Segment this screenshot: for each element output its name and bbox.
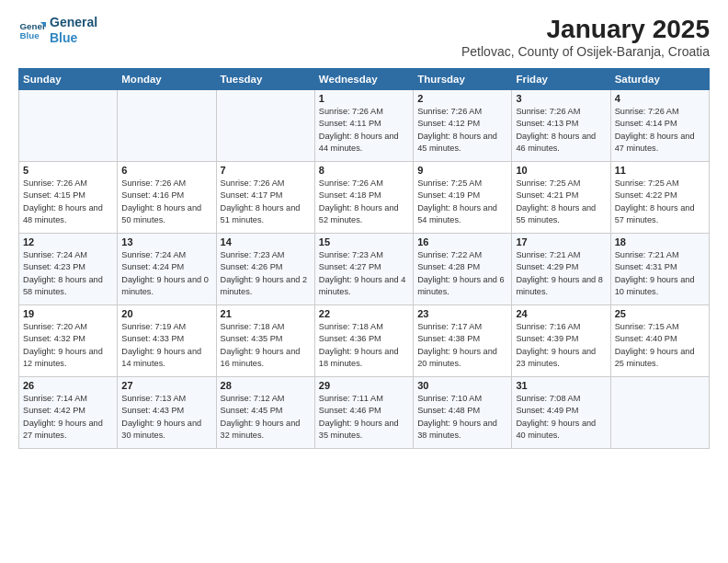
day-number: 14: [221, 236, 311, 247]
week-row-2: 5Sunrise: 7:26 AM Sunset: 4:15 PM Daylig…: [19, 162, 710, 234]
day-cell: 22Sunrise: 7:18 AM Sunset: 4:36 PM Dayli…: [314, 305, 413, 377]
day-number: 20: [121, 308, 211, 319]
day-info: Sunrise: 7:18 AM Sunset: 4:35 PM Dayligh…: [221, 322, 301, 368]
week-row-5: 26Sunrise: 7:14 AM Sunset: 4:42 PM Dayli…: [19, 377, 710, 449]
day-cell: 2Sunrise: 7:26 AM Sunset: 4:12 PM Daylig…: [414, 90, 512, 162]
day-number: 24: [516, 308, 606, 319]
day-info: Sunrise: 7:17 AM Sunset: 4:38 PM Dayligh…: [417, 322, 497, 368]
col-header-tuesday: Tuesday: [216, 69, 314, 90]
day-info: Sunrise: 7:26 AM Sunset: 4:16 PM Dayligh…: [121, 178, 201, 224]
day-cell: 5Sunrise: 7:26 AM Sunset: 4:15 PM Daylig…: [19, 162, 118, 234]
day-number: 4: [615, 93, 705, 104]
page: General Blue General Blue January 2025 P…: [0, 0, 728, 563]
day-info: Sunrise: 7:15 AM Sunset: 4:40 PM Dayligh…: [615, 322, 695, 368]
day-cell: [216, 90, 314, 162]
day-number: 9: [417, 165, 507, 176]
logo-general: General: [50, 15, 97, 30]
day-info: Sunrise: 7:26 AM Sunset: 4:14 PM Dayligh…: [615, 107, 695, 153]
day-number: 25: [615, 308, 705, 319]
day-number: 8: [319, 165, 409, 176]
day-info: Sunrise: 7:25 AM Sunset: 4:19 PM Dayligh…: [417, 178, 497, 224]
day-info: Sunrise: 7:26 AM Sunset: 4:12 PM Dayligh…: [417, 107, 497, 153]
day-info: Sunrise: 7:24 AM Sunset: 4:24 PM Dayligh…: [121, 250, 209, 296]
day-cell: 8Sunrise: 7:26 AM Sunset: 4:18 PM Daylig…: [314, 162, 413, 234]
day-number: 13: [121, 236, 211, 247]
day-cell: [610, 377, 709, 449]
day-cell: 21Sunrise: 7:18 AM Sunset: 4:35 PM Dayli…: [216, 305, 314, 377]
day-cell: 16Sunrise: 7:22 AM Sunset: 4:28 PM Dayli…: [414, 234, 512, 305]
day-info: Sunrise: 7:26 AM Sunset: 4:15 PM Dayligh…: [23, 178, 103, 224]
day-cell: 7Sunrise: 7:26 AM Sunset: 4:17 PM Daylig…: [216, 162, 314, 234]
day-cell: 9Sunrise: 7:25 AM Sunset: 4:19 PM Daylig…: [414, 162, 512, 234]
day-info: Sunrise: 7:23 AM Sunset: 4:27 PM Dayligh…: [319, 250, 406, 296]
svg-text:Blue: Blue: [20, 30, 40, 40]
title-block: January 2025 Petlovac, County of Osijek-…: [461, 15, 710, 59]
day-cell: 14Sunrise: 7:23 AM Sunset: 4:26 PM Dayli…: [216, 234, 314, 305]
day-info: Sunrise: 7:14 AM Sunset: 4:42 PM Dayligh…: [23, 394, 103, 440]
day-cell: 31Sunrise: 7:08 AM Sunset: 4:49 PM Dayli…: [512, 377, 610, 449]
day-number: 29: [319, 380, 409, 391]
day-cell: 11Sunrise: 7:25 AM Sunset: 4:22 PM Dayli…: [610, 162, 709, 234]
subtitle: Petlovac, County of Osijek-Baranja, Croa…: [461, 44, 710, 59]
day-info: Sunrise: 7:13 AM Sunset: 4:43 PM Dayligh…: [121, 394, 201, 440]
day-info: Sunrise: 7:19 AM Sunset: 4:33 PM Dayligh…: [121, 322, 201, 368]
day-number: 15: [319, 236, 409, 247]
col-header-wednesday: Wednesday: [314, 69, 413, 90]
day-number: 7: [221, 165, 311, 176]
day-cell: 17Sunrise: 7:21 AM Sunset: 4:29 PM Dayli…: [512, 234, 610, 305]
day-cell: 20Sunrise: 7:19 AM Sunset: 4:33 PM Dayli…: [118, 305, 216, 377]
day-cell: 24Sunrise: 7:16 AM Sunset: 4:39 PM Dayli…: [512, 305, 610, 377]
day-info: Sunrise: 7:26 AM Sunset: 4:17 PM Dayligh…: [221, 178, 301, 224]
day-cell: 3Sunrise: 7:26 AM Sunset: 4:13 PM Daylig…: [512, 90, 610, 162]
day-cell: 12Sunrise: 7:24 AM Sunset: 4:23 PM Dayli…: [19, 234, 118, 305]
day-number: 19: [23, 308, 113, 319]
day-cell: 25Sunrise: 7:15 AM Sunset: 4:40 PM Dayli…: [610, 305, 709, 377]
day-cell: 1Sunrise: 7:26 AM Sunset: 4:11 PM Daylig…: [314, 90, 413, 162]
day-number: 22: [319, 308, 409, 319]
col-header-thursday: Thursday: [414, 69, 512, 90]
day-number: 26: [23, 380, 113, 391]
day-number: 17: [516, 236, 606, 247]
day-number: 21: [221, 308, 311, 319]
day-cell: 27Sunrise: 7:13 AM Sunset: 4:43 PM Dayli…: [118, 377, 216, 449]
day-info: Sunrise: 7:25 AM Sunset: 4:22 PM Dayligh…: [615, 178, 695, 224]
day-info: Sunrise: 7:10 AM Sunset: 4:48 PM Dayligh…: [417, 394, 497, 440]
day-number: 31: [516, 380, 606, 391]
day-info: Sunrise: 7:25 AM Sunset: 4:21 PM Dayligh…: [516, 178, 596, 224]
day-info: Sunrise: 7:26 AM Sunset: 4:13 PM Dayligh…: [516, 107, 596, 153]
calendar-table: SundayMondayTuesdayWednesdayThursdayFrid…: [18, 68, 710, 449]
day-info: Sunrise: 7:08 AM Sunset: 4:49 PM Dayligh…: [516, 394, 596, 440]
day-number: 2: [417, 93, 507, 104]
day-number: 6: [121, 165, 211, 176]
day-number: 23: [417, 308, 507, 319]
day-info: Sunrise: 7:16 AM Sunset: 4:39 PM Dayligh…: [516, 322, 596, 368]
day-number: 1: [319, 93, 409, 104]
day-cell: 19Sunrise: 7:20 AM Sunset: 4:32 PM Dayli…: [19, 305, 118, 377]
day-info: Sunrise: 7:21 AM Sunset: 4:31 PM Dayligh…: [615, 250, 695, 296]
day-info: Sunrise: 7:20 AM Sunset: 4:32 PM Dayligh…: [23, 322, 103, 368]
day-cell: 29Sunrise: 7:11 AM Sunset: 4:46 PM Dayli…: [314, 377, 413, 449]
col-header-monday: Monday: [118, 69, 216, 90]
main-title: January 2025: [461, 15, 710, 44]
day-cell: 23Sunrise: 7:17 AM Sunset: 4:38 PM Dayli…: [414, 305, 512, 377]
day-cell: [118, 90, 216, 162]
day-number: 16: [417, 236, 507, 247]
day-number: 11: [615, 165, 705, 176]
day-cell: 26Sunrise: 7:14 AM Sunset: 4:42 PM Dayli…: [19, 377, 118, 449]
day-number: 5: [23, 165, 113, 176]
col-header-sunday: Sunday: [19, 69, 118, 90]
col-header-saturday: Saturday: [610, 69, 709, 90]
day-cell: 28Sunrise: 7:12 AM Sunset: 4:45 PM Dayli…: [216, 377, 314, 449]
day-info: Sunrise: 7:26 AM Sunset: 4:18 PM Dayligh…: [319, 178, 399, 224]
day-cell: 13Sunrise: 7:24 AM Sunset: 4:24 PM Dayli…: [118, 234, 216, 305]
day-cell: 30Sunrise: 7:10 AM Sunset: 4:48 PM Dayli…: [414, 377, 512, 449]
week-row-1: 1Sunrise: 7:26 AM Sunset: 4:11 PM Daylig…: [19, 90, 710, 162]
day-number: 28: [221, 380, 311, 391]
col-header-friday: Friday: [512, 69, 610, 90]
week-row-4: 19Sunrise: 7:20 AM Sunset: 4:32 PM Dayli…: [19, 305, 710, 377]
day-info: Sunrise: 7:12 AM Sunset: 4:45 PM Dayligh…: [221, 394, 301, 440]
day-number: 18: [615, 236, 705, 247]
day-info: Sunrise: 7:22 AM Sunset: 4:28 PM Dayligh…: [417, 250, 505, 296]
logo: General Blue General Blue: [18, 15, 97, 46]
day-info: Sunrise: 7:26 AM Sunset: 4:11 PM Dayligh…: [319, 107, 399, 153]
